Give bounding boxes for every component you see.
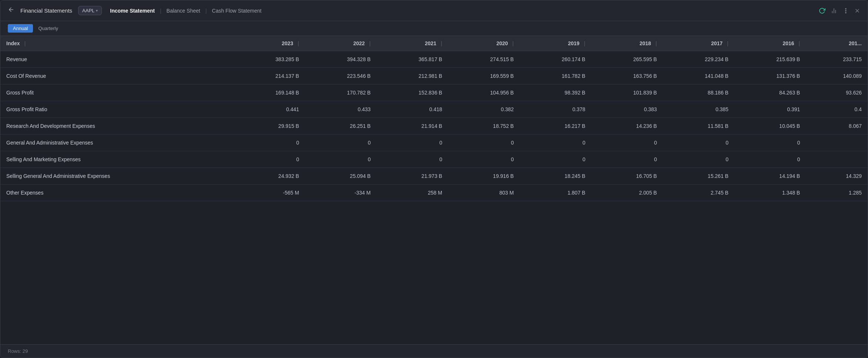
svg-point-3: [845, 8, 846, 9]
row-cell: 0: [520, 135, 591, 151]
nav-separator-1: |: [160, 8, 161, 14]
row-cell: 26.251 B: [305, 118, 377, 135]
row-cell: 169.559 B: [448, 68, 520, 84]
app-container: Financial Statements AAPL ▾ Income State…: [0, 0, 868, 358]
row-cell: 0: [233, 151, 305, 168]
row-cell: 24.932 B: [233, 168, 305, 185]
row-cell: 0.433: [305, 101, 377, 118]
row-cell: 0: [305, 151, 377, 168]
row-cell: 104.956 B: [448, 84, 520, 101]
row-cell: 394.328 B: [305, 51, 377, 68]
row-label: General And Administrative Expenses: [0, 135, 233, 151]
row-cell: 215.639 B: [734, 51, 806, 68]
refresh-icon[interactable]: [819, 7, 825, 14]
row-cell: 0.378: [520, 101, 591, 118]
header-right: [819, 7, 860, 14]
row-cell: 0: [663, 135, 734, 151]
row-cell: 0.441: [233, 101, 305, 118]
row-label: Cost Of Revenue: [0, 68, 233, 84]
svg-point-5: [845, 12, 846, 13]
row-cell: 161.782 B: [520, 68, 591, 84]
table-row: Selling General And Administrative Expen…: [0, 168, 868, 185]
row-cell: 1.807 B: [520, 185, 591, 201]
row-label: Other Expenses: [0, 185, 233, 201]
row-cell: 0.385: [663, 101, 734, 118]
row-cell: 0: [448, 151, 520, 168]
table-wrapper[interactable]: Index | 2023 | 2022 | 2021 |: [0, 36, 868, 344]
col-header-2016: 2016 |: [734, 36, 806, 51]
ticker-label: AAPL: [82, 8, 94, 13]
row-cell: 98.392 B: [520, 84, 591, 101]
col-header-2019: 2019 |: [520, 36, 591, 51]
tab-cash-flow[interactable]: Cash Flow Statement: [210, 8, 264, 14]
row-cell: 0: [233, 135, 305, 151]
table-header-row: Index | 2023 | 2022 | 2021 |: [0, 36, 868, 51]
footer: Rows: 29: [0, 344, 868, 358]
table-row: Revenue383.285 B394.328 B365.817 B274.51…: [0, 51, 868, 68]
row-label: Gross Profit: [0, 84, 233, 101]
tab-balance-sheet[interactable]: Balance Sheet: [164, 8, 203, 14]
row-cell: 84.263 B: [734, 84, 806, 101]
row-cell: 0.382: [448, 101, 520, 118]
table-row: Gross Profit169.148 B170.782 B152.836 B1…: [0, 84, 868, 101]
row-cell: 0: [377, 135, 448, 151]
col-header-2022: 2022 |: [305, 36, 377, 51]
row-cell: 16.705 B: [591, 168, 663, 185]
row-cell: 16.217 B: [520, 118, 591, 135]
annual-button[interactable]: Annual: [8, 24, 33, 33]
period-toggle: Annual Quarterly: [0, 21, 868, 36]
col-header-2018: 2018 |: [591, 36, 663, 51]
row-cell: 14.236 B: [591, 118, 663, 135]
more-icon[interactable]: [842, 7, 849, 14]
table-row: Gross Profit Ratio0.4410.4330.4180.3820.…: [0, 101, 868, 118]
header-left: Financial Statements AAPL ▾ Income State…: [8, 6, 264, 15]
row-cell: 0: [520, 151, 591, 168]
row-cell: 101.839 B: [591, 84, 663, 101]
row-label: Selling General And Administrative Expen…: [0, 168, 233, 185]
row-cell: 1.348 B: [734, 185, 806, 201]
row-cell: -565 M: [233, 185, 305, 201]
row-cell: 88.186 B: [663, 84, 734, 101]
row-label: Research And Development Expenses: [0, 118, 233, 135]
row-cell: 365.817 B: [377, 51, 448, 68]
row-cell: 0.418: [377, 101, 448, 118]
row-cell: 0.391: [734, 101, 806, 118]
row-cell: 29.915 B: [233, 118, 305, 135]
row-cell: 1.285: [806, 185, 868, 201]
row-cell: 18.245 B: [520, 168, 591, 185]
quarterly-button[interactable]: Quarterly: [33, 24, 63, 33]
row-cell: 14.194 B: [734, 168, 806, 185]
row-cell: 0.4: [806, 101, 868, 118]
col-header-2023: 2023 |: [233, 36, 305, 51]
row-cell: 141.048 B: [663, 68, 734, 84]
row-cell: 21.914 B: [377, 118, 448, 135]
tab-income-statement[interactable]: Income Statement: [108, 8, 157, 14]
row-cell: 223.546 B: [305, 68, 377, 84]
row-cell: 2.005 B: [591, 185, 663, 201]
row-cell: 0: [734, 135, 806, 151]
row-cell: 2.745 B: [663, 185, 734, 201]
table-row: Cost Of Revenue214.137 B223.546 B212.981…: [0, 68, 868, 84]
row-cell: 93.626: [806, 84, 868, 101]
row-cell: [806, 135, 868, 151]
col-header-2021: 2021 |: [377, 36, 448, 51]
header: Financial Statements AAPL ▾ Income State…: [0, 0, 868, 21]
ticker-dropdown[interactable]: AAPL ▾: [78, 6, 102, 15]
row-cell: 214.137 B: [233, 68, 305, 84]
row-cell: [806, 151, 868, 168]
row-label: Gross Profit Ratio: [0, 101, 233, 118]
row-label: Revenue: [0, 51, 233, 68]
col-header-2015: 201...: [806, 36, 868, 51]
close-icon[interactable]: [854, 8, 860, 14]
row-cell: 25.094 B: [305, 168, 377, 185]
back-icon[interactable]: [8, 6, 14, 15]
row-cell: 212.981 B: [377, 68, 448, 84]
rows-label: Rows:: [8, 348, 23, 354]
chart-icon[interactable]: [831, 7, 837, 14]
col-header-2020: 2020 |: [448, 36, 520, 51]
row-cell: 0: [734, 151, 806, 168]
table-row: General And Administrative Expenses00000…: [0, 135, 868, 151]
row-cell: 0: [663, 151, 734, 168]
svg-point-4: [845, 10, 846, 11]
nav-separator-2: |: [206, 8, 207, 14]
